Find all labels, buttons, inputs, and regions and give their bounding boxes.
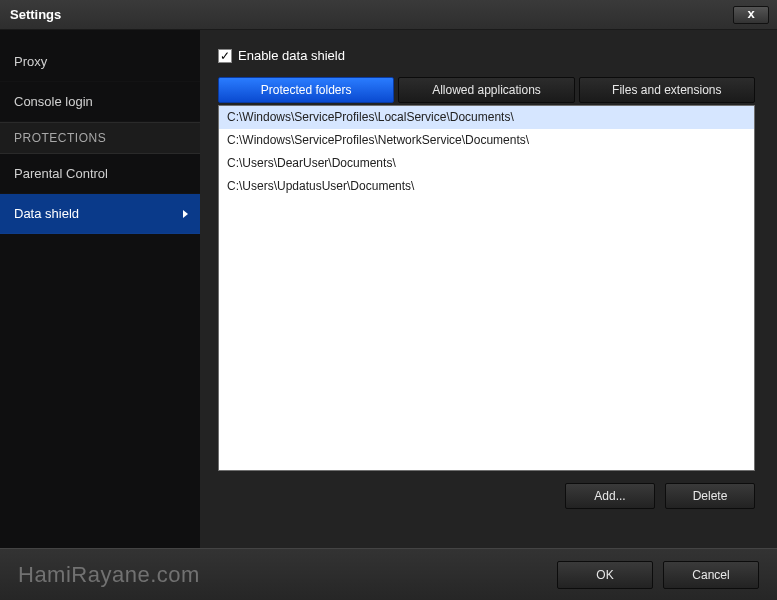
folder-path: C:\Users\UpdatusUser\Documents\	[227, 179, 414, 193]
tab-label: Allowed applications	[432, 83, 541, 97]
sidebar: Proxy Console login PROTECTIONS Parental…	[0, 30, 200, 548]
sidebar-item-data-shield[interactable]: Data shield	[0, 194, 200, 234]
list-item[interactable]: C:\Users\UpdatusUser\Documents\	[219, 175, 754, 198]
enable-data-shield-checkbox[interactable]: ✓	[218, 49, 232, 63]
watermark-text: HamiRayane.com	[18, 562, 200, 588]
tab-protected-folders[interactable]: Protected folders	[218, 77, 394, 103]
sidebar-item-label: Parental Control	[14, 166, 108, 181]
sidebar-item-parental-control[interactable]: Parental Control	[0, 154, 200, 194]
tab-label: Protected folders	[261, 83, 352, 97]
tab-label: Files and extensions	[612, 83, 721, 97]
footer: HamiRayane.com OK Cancel	[0, 548, 777, 600]
sidebar-item-label: Proxy	[14, 54, 47, 69]
content-panel: ✓ Enable data shield Protected folders A…	[200, 30, 777, 548]
sidebar-item-label: Console login	[14, 94, 93, 109]
enable-data-shield-label: Enable data shield	[238, 48, 345, 63]
sidebar-item-proxy[interactable]: Proxy	[0, 42, 200, 82]
window-title: Settings	[10, 7, 61, 22]
button-label: Add...	[594, 489, 625, 503]
button-label: OK	[596, 568, 613, 582]
tab-files-and-extensions[interactable]: Files and extensions	[579, 77, 755, 103]
titlebar: Settings x	[0, 0, 777, 30]
delete-button[interactable]: Delete	[665, 483, 755, 509]
folder-path: C:\Windows\ServiceProfiles\NetworkServic…	[227, 133, 529, 147]
cancel-button[interactable]: Cancel	[663, 561, 759, 589]
list-item[interactable]: C:\Windows\ServiceProfiles\NetworkServic…	[219, 129, 754, 152]
sidebar-header-label: PROTECTIONS	[14, 131, 106, 145]
button-label: Cancel	[692, 568, 729, 582]
list-actions: Add... Delete	[218, 483, 755, 509]
close-icon: x	[747, 6, 754, 21]
check-icon: ✓	[220, 51, 230, 61]
list-item[interactable]: C:\Windows\ServiceProfiles\LocalService\…	[219, 106, 754, 129]
folder-path: C:\Users\DearUser\Documents\	[227, 156, 396, 170]
tabs: Protected folders Allowed applications F…	[218, 77, 755, 103]
tab-allowed-applications[interactable]: Allowed applications	[398, 77, 574, 103]
folder-path: C:\Windows\ServiceProfiles\LocalService\…	[227, 110, 514, 124]
close-button[interactable]: x	[733, 6, 769, 24]
button-label: Delete	[693, 489, 728, 503]
sidebar-item-console-login[interactable]: Console login	[0, 82, 200, 122]
sidebar-header-protections: PROTECTIONS	[0, 122, 200, 154]
ok-button[interactable]: OK	[557, 561, 653, 589]
protected-folders-list[interactable]: C:\Windows\ServiceProfiles\LocalService\…	[218, 105, 755, 471]
add-button[interactable]: Add...	[565, 483, 655, 509]
enable-data-shield-row: ✓ Enable data shield	[218, 48, 755, 63]
sidebar-item-label: Data shield	[14, 206, 79, 221]
list-item[interactable]: C:\Users\DearUser\Documents\	[219, 152, 754, 175]
body: Proxy Console login PROTECTIONS Parental…	[0, 30, 777, 548]
